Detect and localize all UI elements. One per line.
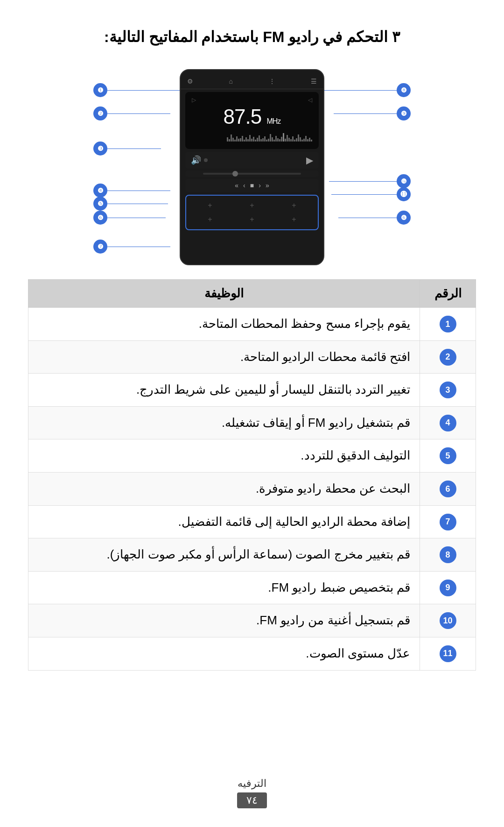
table-row: 3تغيير التردد بالتنقل لليسار أو لليمين ع…	[28, 374, 476, 407]
row-num-5: 5	[420, 439, 476, 473]
num-badge-7: 7	[440, 514, 456, 530]
row-num-9: 9	[420, 571, 476, 604]
row-num-8: 8	[420, 538, 476, 572]
preset-add-5[interactable]: +	[232, 213, 272, 226]
badge-1: ❶	[93, 83, 107, 97]
table-row: 2افتح قائمة محطات الراديو المتاحة.	[28, 340, 476, 374]
preset-add-6[interactable]: +	[190, 213, 230, 226]
frequency-display: 87.5 MHz	[192, 105, 312, 128]
num-badge-8: 8	[440, 546, 456, 563]
num-badge-1: 1	[440, 316, 456, 332]
settings-icon: ⚙	[187, 78, 193, 85]
col-header-num: الرقم	[420, 280, 476, 308]
callout-2: ❷	[93, 106, 170, 120]
row-num-1: 1	[420, 308, 476, 341]
skip-back-icon: «	[266, 182, 269, 189]
row-num-10: 10	[420, 604, 476, 637]
num-badge-11: 11	[440, 645, 456, 662]
preset-add-2[interactable]: +	[232, 199, 272, 212]
page-container: ٣ التحكم في راديو FM باستخدام المفاتيح ا…	[0, 0, 504, 827]
callout-1: ❶	[93, 83, 180, 97]
callout-11: ⓫	[331, 187, 411, 201]
volume-icon: 🔊	[191, 155, 201, 165]
badge-10: ❿	[397, 174, 411, 188]
callout-7: ❼	[93, 240, 170, 254]
callout-4: ❹	[93, 184, 170, 198]
badge-6l: ❻	[93, 211, 107, 225]
badge-5: ❺	[93, 197, 107, 211]
table-row: 10قم بتسجيل أغنية من راديو FM.	[28, 604, 476, 637]
left-arrow-icon: ◁	[308, 97, 312, 103]
home-icon: ⌂	[229, 78, 233, 85]
callout-9: ❾	[334, 106, 411, 120]
row-func-1: يقوم بإجراء مسح وحفظ المحطات المتاحة.	[28, 308, 420, 341]
num-badge-6: 6	[440, 481, 456, 497]
footer-category: الترفيه	[28, 778, 476, 790]
row-func-5: التوليف الدقيق للتردد.	[28, 439, 420, 473]
table-row: 8قم بتغيير مخرج الصوت (سماعة الرأس أو مك…	[28, 538, 476, 572]
table-row: 7إضافة محطة الراديو الحالية إلى قائمة ال…	[28, 505, 476, 538]
num-badge-5: 5	[440, 447, 456, 464]
preset-add-1[interactable]: +	[274, 199, 314, 212]
row-func-4: قم بتشغيل راديو FM أو إيقاف تشغيله.	[28, 406, 420, 439]
badge-4: ❹	[93, 184, 107, 198]
callout-5: ❺	[93, 197, 168, 211]
callout-10: ❿	[329, 174, 411, 188]
footer-page: ٧٤	[237, 792, 267, 808]
table-row: 1يقوم بإجراء مسح وحفظ المحطات المتاحة.	[28, 308, 476, 341]
row-num-7: 7	[420, 505, 476, 538]
num-badge-2: 2	[440, 349, 456, 366]
callout-8: ❽	[324, 83, 411, 97]
skip-forward-icon: »	[235, 182, 238, 189]
row-func-10: قم بتسجيل أغنية من راديو FM.	[28, 604, 420, 637]
callout-6r: ❻	[338, 211, 411, 225]
badge-6r: ❻	[397, 211, 411, 225]
row-num-11: 11	[420, 637, 476, 670]
diagram-wrapper: ❶ ❷ ❸ ❹ ❺ ❻ ❼ ❽	[93, 60, 411, 265]
callout-3: ❸	[93, 141, 161, 156]
fm-device: ☰ ⋮ ⌂ ⚙ ◁ ▷ 87.5 MHz	[180, 69, 324, 265]
table-row: 6البحث عن محطة راديو متوفرة.	[28, 472, 476, 505]
row-func-3: تغيير التردد بالتنقل لليسار أو لليمين عل…	[28, 374, 420, 407]
menu-icon: ☰	[311, 78, 317, 85]
row-func-2: افتح قائمة محطات الراديو المتاحة.	[28, 340, 420, 374]
num-badge-10: 10	[440, 612, 456, 629]
num-badge-9: 9	[440, 580, 456, 596]
row-num-4: 4	[420, 406, 476, 439]
footer: الترفيه ٧٤	[28, 759, 476, 808]
prev-icon: ‹	[259, 182, 261, 189]
row-func-7: إضافة محطة الراديو الحالية إلى قائمة الت…	[28, 505, 420, 538]
next-icon: ›	[243, 182, 245, 189]
row-func-8: قم بتغيير مخرج الصوت (سماعة الرأس أو مكب…	[28, 538, 420, 572]
row-func-9: قم بتخصيص ضبط راديو FM.	[28, 571, 420, 604]
callout-6l: ❻	[93, 211, 166, 225]
preset-add-3[interactable]: +	[190, 199, 230, 212]
dot-indicator	[204, 158, 208, 162]
share-icon: ⋮	[269, 78, 275, 85]
table-row: 11عدّل مستوى الصوت.	[28, 637, 476, 670]
badge-11: ⓫	[397, 187, 411, 201]
row-func-11: عدّل مستوى الصوت.	[28, 637, 420, 670]
right-arrow-icon: ▷	[192, 97, 196, 103]
badge-7: ❼	[93, 240, 107, 254]
badge-3: ❸	[93, 141, 107, 156]
num-badge-4: 4	[440, 415, 456, 431]
preset-add-4[interactable]: +	[274, 213, 314, 226]
table-row: 5التوليف الدقيق للتردد.	[28, 439, 476, 473]
table-row: 9قم بتخصيص ضبط راديو FM.	[28, 571, 476, 604]
col-header-func: الوظيفة	[28, 280, 420, 308]
badge-8: ❽	[397, 83, 411, 97]
table-row: 4قم بتشغيل راديو FM أو إيقاف تشغيله.	[28, 406, 476, 439]
page-title: ٣ التحكم في راديو FM باستخدام المفاتيح ا…	[28, 28, 476, 46]
features-table: الرقم الوظيفة 1يقوم بإجراء مسح وحفظ المح…	[28, 279, 476, 671]
row-num-3: 3	[420, 374, 476, 407]
row-num-6: 6	[420, 472, 476, 505]
badge-9: ❾	[397, 106, 411, 120]
stop-icon: ■	[250, 182, 254, 189]
num-badge-3: 3	[440, 382, 456, 398]
play-icon: ▶	[306, 155, 313, 166]
row-func-6: البحث عن محطة راديو متوفرة.	[28, 472, 420, 505]
badge-2: ❷	[93, 106, 107, 120]
row-num-2: 2	[420, 340, 476, 374]
